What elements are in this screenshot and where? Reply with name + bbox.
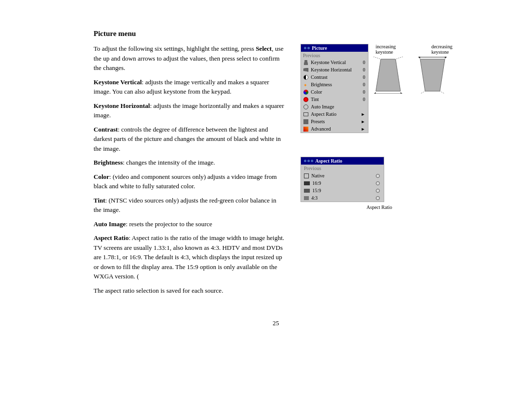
tint-icon <box>303 97 309 103</box>
tint-value: 0 <box>363 97 365 102</box>
picture-menu-screenshot: Picture Previous Keystone Vertical <box>300 44 368 133</box>
right-column: Picture Previous Keystone Vertical <box>300 44 458 300</box>
svg-marker-11 <box>445 57 447 59</box>
presets-label: Presets <box>311 119 325 124</box>
ar-159-label: 15:9 <box>312 188 321 193</box>
menu-item-color: Color 0 <box>301 88 368 96</box>
page-number: 25 <box>94 319 458 327</box>
aspect-ratio-screenshot: Aspect Ratio Previous Native <box>300 157 384 202</box>
svg-marker-4 <box>374 92 376 94</box>
desc-brightness: Brightness: changes the intensity of the… <box>94 158 286 168</box>
color-icon <box>303 89 309 95</box>
page: Picture menu To adjust the following six… <box>54 0 478 411</box>
presets-shape <box>303 119 308 124</box>
ar-169-radio <box>376 181 380 185</box>
aspect-label: Aspect Ratio <box>311 111 336 117</box>
menu-item-contrast: Contrast 0 <box>301 73 368 81</box>
menu-item-kv: Keystone Vertical 0 <box>301 59 368 66</box>
brightness-label: Brightness <box>311 82 332 87</box>
aspect-ratio-area: Aspect Ratio Previous Native <box>300 157 458 210</box>
keystone-diagrams-area: increasing keystone decreasing keystone <box>373 44 458 94</box>
decreasing-keystone-svg <box>418 57 447 94</box>
increasing-label: increasing keystone <box>375 44 401 55</box>
ar-item-159: 15:9 <box>301 187 384 194</box>
auto-shape <box>303 104 308 109</box>
term-brightness: Brightness <box>94 159 123 166</box>
menu-item-advanced: Advanced ► <box>301 125 368 133</box>
contrast-value: 0 <box>363 74 365 80</box>
term-tint: Tint <box>94 197 105 204</box>
intro-paragraph: To adjust the following six settings, hi… <box>94 44 286 73</box>
kh-icon <box>303 67 309 73</box>
presets-icon <box>303 119 309 125</box>
left-column: To adjust the following six settings, hi… <box>94 44 286 300</box>
aspect-ratio-title-bar: Aspect Ratio <box>301 157 384 165</box>
menu-item-presets: Presets ► <box>301 118 368 125</box>
brightness-shape <box>303 82 308 87</box>
term-auto-image: Auto Image <box>94 220 126 228</box>
ar-dots <box>304 160 313 162</box>
picture-menu-label: Picture <box>312 45 327 51</box>
kv-label: Keystone Vertical <box>311 60 346 65</box>
ar-dot-1 <box>304 160 306 162</box>
ar-item-native: Native <box>301 172 384 179</box>
ar-43-label: 4:3 <box>311 195 318 201</box>
advanced-arrow: ► <box>361 127 365 132</box>
svg-marker-5 <box>400 92 402 94</box>
term-keystone-v: Keystone Vertical <box>94 78 142 86</box>
picture-menu-title: Picture <box>301 44 368 52</box>
select-word: Select <box>256 45 271 52</box>
kh-label: Keystone Horizontal <box>311 67 352 72</box>
menu-item-auto-image: Auto Image <box>301 103 368 110</box>
svg-marker-10 <box>418 57 420 59</box>
menu-dots <box>304 47 310 49</box>
desc-color: Color: (video and component sources only… <box>94 172 286 191</box>
brightness-icon <box>303 82 309 88</box>
contrast-label: Contrast <box>311 74 328 80</box>
kv-value: 0 <box>363 60 365 65</box>
menu-item-tint: Tint 0 <box>301 96 368 103</box>
aspect-note: The aspect ratio selection is saved for … <box>94 286 286 296</box>
menu-item-aspect: Aspect Ratio ► <box>301 110 368 118</box>
kv-icon <box>303 60 309 66</box>
ar-item-previous: Previous <box>301 165 384 172</box>
color-label: Color <box>311 89 322 95</box>
section-title: Picture menu <box>94 30 458 38</box>
color-shape <box>303 90 308 95</box>
keystone-labels: increasing keystone decreasing keystone <box>375 44 458 55</box>
ar-native-icon <box>304 173 309 178</box>
ar-43-icon <box>304 196 309 200</box>
aspect-arrow: ► <box>361 112 365 117</box>
keystone-h-shape <box>303 68 308 72</box>
brightness-value: 0 <box>363 82 365 87</box>
kh-value: 0 <box>363 67 365 72</box>
ar-title-label: Aspect Ratio <box>315 158 342 164</box>
svg-line-1 <box>373 57 381 59</box>
ar-169-label: 16:9 <box>312 180 321 186</box>
desc-keystone-h: Keystone Horizontal: adjusts the image h… <box>94 101 286 120</box>
ar-item-169: 16:9 <box>301 179 384 187</box>
aspect-ratio-caption: Aspect Ratio <box>300 205 458 210</box>
ar-native-label: Native <box>311 173 325 178</box>
content-area: To adjust the following six settings, hi… <box>94 44 458 300</box>
increasing-keystone-svg <box>373 57 403 94</box>
decreasing-keystone-shape <box>418 57 447 94</box>
dot-1 <box>304 47 306 49</box>
keystone-shapes <box>373 57 458 94</box>
ar-159-radio <box>376 189 380 193</box>
desc-contrast: Contrast: controls the degree of differe… <box>94 125 286 154</box>
increasing-keystone-shape <box>373 57 403 94</box>
color-value: 0 <box>363 89 365 95</box>
dot-2 <box>307 47 310 49</box>
presets-arrow: ► <box>361 119 365 124</box>
auto-icon <box>303 104 309 110</box>
svg-line-7 <box>418 91 425 94</box>
ar-159-icon <box>304 189 310 193</box>
aspect-shape <box>303 112 308 116</box>
term-keystone-h: Keystone Horizontal <box>94 102 150 109</box>
contrast-icon <box>303 74 309 80</box>
term-aspect-ratio: Aspect Ratio <box>94 234 129 241</box>
svg-line-8 <box>440 91 447 94</box>
desc-auto-image: Auto Image: resets the projector to the … <box>94 219 286 229</box>
ar-item-43: 4:3 <box>301 194 384 202</box>
